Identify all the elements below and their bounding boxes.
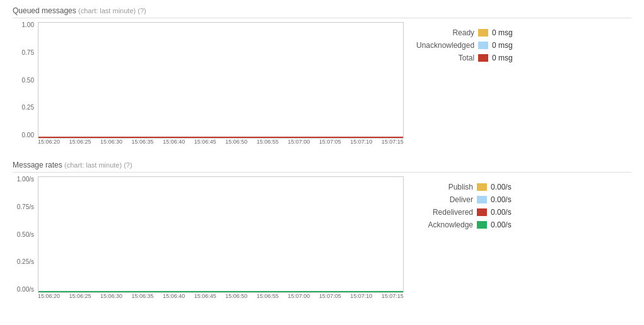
legend-value: 0.00/s — [491, 183, 522, 191]
legend-label: Redelivered — [416, 208, 473, 217]
legend-color-swatch — [477, 196, 487, 203]
legend-item: Redelivered 0.00/s — [416, 208, 522, 217]
legend-color-swatch — [478, 29, 488, 37]
x-label: 15:07:00 — [288, 293, 310, 299]
legend-label: Deliver — [416, 195, 473, 204]
x-label: 15:07:05 — [319, 139, 341, 145]
x-label: 15:06:55 — [257, 139, 279, 145]
legend-color-swatch — [478, 54, 488, 62]
x-label: 15:07:00 — [288, 139, 310, 145]
x-label: 15:07:10 — [350, 139, 372, 145]
legend-label: Acknowledge — [416, 220, 473, 229]
legend-item: Ready 0 msg — [416, 28, 524, 37]
x-label: 15:06:55 — [257, 293, 279, 299]
x-label: 15:06:45 — [194, 293, 216, 299]
queued-messages-title: Queued messages (chart: last minute) (?) — [13, 6, 631, 18]
x-label: 15:06:25 — [69, 293, 91, 299]
x-label: 15:06:50 — [225, 139, 247, 145]
legend-item: Unacknowledged 0 msg — [416, 41, 524, 50]
y-label: 0.00/s — [17, 287, 34, 293]
y-label: 0.25/s — [17, 259, 34, 265]
y-label: 1.00 — [22, 22, 34, 28]
queued-y-axis: 1.000.750.500.250.00 — [13, 22, 37, 139]
rates-chart-info: (chart: last minute) (?) — [64, 161, 132, 169]
x-label: 15:06:20 — [38, 293, 60, 299]
y-label: 0.25 — [22, 105, 34, 111]
x-label: 15:06:35 — [132, 293, 154, 299]
legend-color-swatch — [477, 208, 487, 216]
legend-label: Publish — [416, 183, 473, 191]
queued-chart-info: (chart: last minute) (?) — [78, 7, 146, 14]
rates-title-text: Message rates — [13, 161, 62, 169]
y-label: 0.50 — [22, 77, 34, 84]
legend-item: Total 0 msg — [416, 54, 524, 62]
x-label: 15:06:30 — [100, 293, 122, 299]
legend-color-swatch — [477, 221, 487, 229]
legend-value: 0 msg — [492, 41, 524, 50]
rates-x-axis: 15:06:2015:06:2515:06:3015:06:3515:06:40… — [38, 293, 404, 299]
x-label: 15:07:15 — [382, 139, 404, 145]
y-label: 0.75/s — [17, 204, 34, 210]
message-rates-section: Message rates (chart: last minute) (?) 1… — [13, 161, 631, 302]
y-label: 1.00/s — [17, 176, 34, 183]
x-label: 15:06:25 — [69, 139, 91, 145]
legend-color-swatch — [478, 42, 488, 49]
legend-color-swatch — [477, 183, 487, 191]
queued-legend: Ready 0 msg Unacknowledged 0 msg Total 0… — [416, 22, 524, 62]
legend-label: Ready — [418, 28, 474, 37]
rates-baseline-line — [38, 291, 403, 292]
legend-value: 0 msg — [492, 54, 524, 62]
queued-x-axis: 15:06:2015:06:2515:06:3015:06:3515:06:40… — [38, 139, 404, 145]
queued-chart-wrapper: 1.000.750.500.250.00 15:06:2015:06:2515:… — [13, 22, 404, 148]
queued-title-text: Queued messages — [13, 6, 76, 15]
y-label: 0.75 — [22, 50, 34, 56]
legend-value: 0.00/s — [491, 220, 522, 229]
x-label: 15:07:15 — [382, 293, 404, 299]
x-label: 15:06:20 — [38, 139, 60, 145]
x-label: 15:06:50 — [225, 293, 247, 299]
legend-item: Acknowledge 0.00/s — [416, 220, 522, 229]
rates-chart-wrapper: 1.00/s0.75/s0.50/s0.25/s0.00/s 15:06:201… — [13, 176, 404, 302]
y-label: 0.50/s — [17, 232, 34, 238]
rates-legend: Publish 0.00/s Deliver 0.00/s Redelivere… — [416, 176, 522, 229]
x-label: 15:06:40 — [163, 293, 185, 299]
y-label: 0.00 — [22, 132, 34, 139]
message-rates-title: Message rates (chart: last minute) (?) — [13, 161, 631, 173]
legend-value: 0.00/s — [491, 208, 522, 217]
queued-chart-area: 1.000.750.500.250.00 15:06:2015:06:2515:… — [13, 22, 631, 148]
legend-item: Publish 0.00/s — [416, 183, 522, 191]
legend-label: Total — [418, 54, 474, 62]
queued-messages-section: Queued messages (chart: last minute) (?)… — [13, 6, 631, 148]
legend-value: 0 msg — [492, 28, 524, 37]
x-label: 15:07:10 — [350, 293, 372, 299]
x-label: 15:07:05 — [319, 293, 341, 299]
x-label: 15:06:40 — [163, 139, 185, 145]
legend-label: Unacknowledged — [416, 41, 474, 50]
queued-baseline-line — [38, 137, 403, 138]
x-label: 15:06:35 — [132, 139, 154, 145]
legend-item: Deliver 0.00/s — [416, 195, 522, 204]
x-label: 15:06:30 — [100, 139, 122, 145]
rates-chart-canvas — [38, 176, 404, 293]
rates-chart-area: 1.00/s0.75/s0.50/s0.25/s0.00/s 15:06:201… — [13, 176, 631, 302]
x-label: 15:06:45 — [194, 139, 216, 145]
rates-y-axis: 1.00/s0.75/s0.50/s0.25/s0.00/s — [13, 176, 37, 293]
legend-value: 0.00/s — [491, 195, 522, 204]
queued-chart-canvas — [38, 22, 404, 139]
